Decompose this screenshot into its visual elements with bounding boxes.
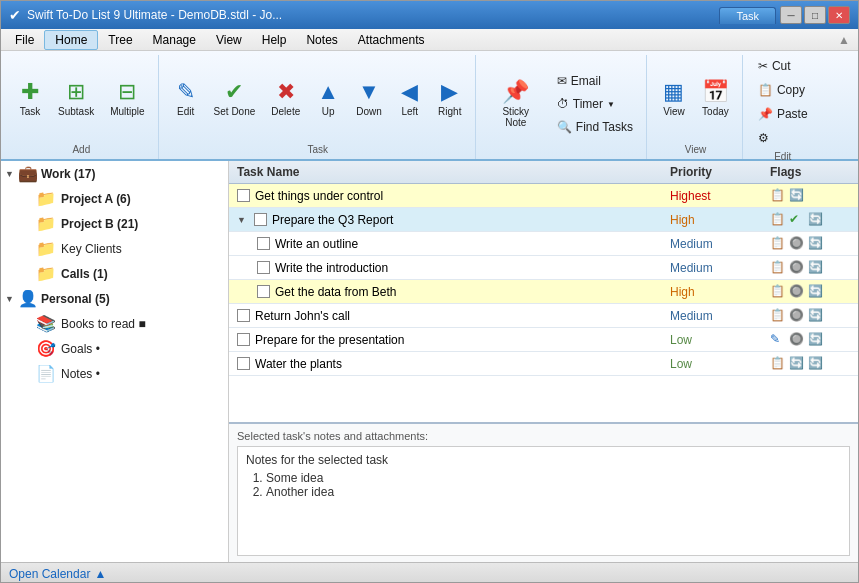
task-button[interactable]: ✚ Task (11, 63, 49, 135)
task-row[interactable]: Write an outline Medium 📋 🔘 🔄 (229, 232, 858, 256)
flag-notes-icon[interactable]: 📋 (770, 260, 786, 276)
task-checkbox[interactable] (257, 285, 270, 298)
sidebar-item-key-clients[interactable]: 📁 Key Clients (1, 236, 228, 261)
task-checkbox[interactable] (237, 357, 250, 370)
task-checkbox[interactable] (237, 189, 250, 202)
maximize-button[interactable]: □ (804, 6, 826, 24)
multiple-button[interactable]: ⊟ Multiple (103, 63, 151, 135)
paste-button[interactable]: 📌 Paste (751, 103, 815, 125)
flag-edit-icon[interactable]: ✎ (770, 332, 786, 348)
right-button[interactable]: ▶ Right (431, 63, 469, 135)
sidebar-item-notes[interactable]: 📄 Notes • (1, 361, 228, 386)
menu-manage[interactable]: Manage (143, 30, 206, 50)
menu-view[interactable]: View (206, 30, 252, 50)
bottom-bar: Open Calendar ▲ (1, 562, 858, 583)
task-row[interactable]: Get things under control Highest 📋 🔄 (229, 184, 858, 208)
flag-notes-icon[interactable]: 📋 (770, 188, 786, 204)
task-row[interactable]: Prepare for the presentation Low ✎ 🔘 🔄 (229, 328, 858, 352)
menu-help[interactable]: Help (252, 30, 297, 50)
task-name-cell: ▼ Prepare the Q3 Report (237, 213, 670, 227)
sidebar-item-books[interactable]: 📚 Books to read ■ (1, 311, 228, 336)
view-button[interactable]: ▦ View (655, 63, 693, 135)
task-row[interactable]: ▼ Prepare the Q3 Report High 📋 ✔ 🔄 (229, 208, 858, 232)
ribbon-add-buttons: ✚ Task ⊞ Subtask ⊟ Multiple (11, 55, 152, 142)
ribbon-collapse[interactable]: ▲ (838, 33, 854, 47)
ribbon-group-edit: ✂ Cut 📋 Copy 📌 Paste ⚙ Edit (745, 55, 821, 159)
up-button[interactable]: ▲ Up (309, 63, 347, 135)
edit-button[interactable]: ✎ Edit (167, 63, 205, 135)
priority-cell: Low (670, 333, 770, 347)
sidebar-item-goals[interactable]: 🎯 Goals • (1, 336, 228, 361)
flag-repeat-icon[interactable]: 🔄 (789, 188, 805, 204)
task-checkbox[interactable] (237, 333, 250, 346)
timer-button[interactable]: ⏱ Timer ▼ (550, 93, 640, 115)
flag-clock-icon[interactable]: 🔘 (789, 332, 805, 348)
find-tasks-button[interactable]: 🔍 Find Tasks (550, 116, 640, 138)
flag-notes-icon[interactable]: 📋 (770, 356, 786, 372)
sticky-note-button[interactable]: 📌 Sticky Note (484, 68, 548, 140)
open-calendar-button[interactable]: Open Calendar ▲ (9, 567, 106, 581)
title-tab[interactable]: Task (719, 7, 776, 24)
menu-home[interactable]: Home (44, 30, 98, 50)
task-checkbox[interactable] (257, 261, 270, 274)
notes-icon: 📄 (36, 364, 56, 383)
delete-button-label: Delete (271, 106, 300, 117)
ribbon-edit-buttons: ✂ Cut 📋 Copy 📌 Paste ⚙ (751, 55, 815, 149)
task-row[interactable]: Write the introduction Medium 📋 🔘 🔄 (229, 256, 858, 280)
menu-attachments[interactable]: Attachments (348, 30, 435, 50)
task-checkbox[interactable] (254, 213, 267, 226)
project-a-label: Project A (6) (61, 192, 220, 206)
menu-tree[interactable]: Tree (98, 30, 142, 50)
menu-file[interactable]: File (5, 30, 44, 50)
flag-clock-icon[interactable]: 🔘 (789, 260, 805, 276)
cut-button[interactable]: ✂ Cut (751, 55, 798, 77)
flag-repeat-icon[interactable]: 🔄 (808, 260, 824, 276)
view-group-label: View (655, 142, 736, 159)
task-checkbox[interactable] (257, 237, 270, 250)
close-button[interactable]: ✕ (828, 6, 850, 24)
task-name: Return John's call (255, 309, 350, 323)
format-button[interactable]: ⚙ (751, 127, 776, 149)
flag-clock-icon[interactable]: 🔘 (789, 236, 805, 252)
today-button[interactable]: 📅 Today (695, 63, 736, 135)
task-row[interactable]: Water the plants Low 📋 🔄 🔄 (229, 352, 858, 376)
flag-clock-icon[interactable]: 🔘 (789, 284, 805, 300)
set-done-button[interactable]: ✔ Set Done (207, 63, 263, 135)
sidebar-item-project-b[interactable]: 📁 Project B (21) (1, 211, 228, 236)
task-checkbox[interactable] (237, 309, 250, 322)
menu-notes[interactable]: Notes (296, 30, 347, 50)
view-button-label: View (663, 106, 685, 117)
task-expand-icon[interactable]: ▼ (237, 215, 249, 225)
flag-notes-icon[interactable]: 📋 (770, 284, 786, 300)
flag-repeat-icon[interactable]: 🔄 (808, 212, 824, 228)
sidebar-item-work[interactable]: ▼ 💼 Work (17) (1, 161, 228, 186)
copy-button[interactable]: 📋 Copy (751, 79, 812, 101)
flag-clock-icon[interactable]: 🔘 (789, 308, 805, 324)
flag-repeat-icon[interactable]: 🔄 (808, 308, 824, 324)
project-b-icon: 📁 (36, 214, 56, 233)
task-name: Prepare for the presentation (255, 333, 404, 347)
task-row[interactable]: Return John's call Medium 📋 🔘 🔄 (229, 304, 858, 328)
delete-button[interactable]: ✖ Delete (264, 63, 307, 135)
flag-repeat-icon[interactable]: 🔄 (808, 332, 824, 348)
email-button[interactable]: ✉ Email (550, 70, 640, 92)
left-button[interactable]: ◀ Left (391, 63, 429, 135)
multiple-icon: ⊟ (118, 81, 136, 103)
flag-repeat-icon[interactable]: 🔄 (808, 236, 824, 252)
flag-notes-icon[interactable]: 📋 (770, 236, 786, 252)
flag-done-icon[interactable]: ✔ (789, 212, 805, 228)
timer-label: Timer (573, 97, 603, 111)
flag-repeat-icon[interactable]: 🔄 (808, 284, 824, 300)
paste-icon: 📌 (758, 107, 773, 121)
flag-notes-icon[interactable]: 📋 (770, 212, 786, 228)
flag-notes-icon[interactable]: 📋 (770, 308, 786, 324)
task-row[interactable]: Get the data from Beth High 📋 🔘 🔄 (229, 280, 858, 304)
flag-repeat-icon[interactable]: 🔄 (789, 356, 805, 372)
flag-repeat2-icon[interactable]: 🔄 (808, 356, 824, 372)
minimize-button[interactable]: ─ (780, 6, 802, 24)
sidebar-item-calls[interactable]: 📁 Calls (1) (1, 261, 228, 286)
sidebar-item-project-a[interactable]: 📁 Project A (6) (1, 186, 228, 211)
down-button[interactable]: ▼ Down (349, 63, 389, 135)
subtask-button[interactable]: ⊞ Subtask (51, 63, 101, 135)
sidebar-item-personal[interactable]: ▼ 👤 Personal (5) (1, 286, 228, 311)
